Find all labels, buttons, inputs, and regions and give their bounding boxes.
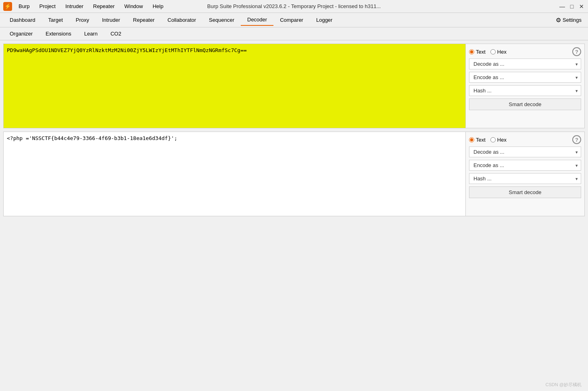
menu-window[interactable]: Window [123, 2, 144, 10]
radio-row-1: Text Hex ? [469, 47, 581, 56]
hash-select-1[interactable]: Hash ... MD5 SHA1 SHA256 [469, 85, 581, 96]
minimize-button[interactable]: — [559, 3, 565, 10]
nav-proxy[interactable]: Proxy [69, 15, 96, 25]
nav-target[interactable]: Target [42, 15, 69, 25]
help-icon-1[interactable]: ? [572, 47, 581, 56]
title-bar-controls: — □ ✕ [559, 3, 585, 10]
nav-intruder[interactable]: Intruder [96, 15, 127, 25]
gear-icon: ⚙ [556, 17, 561, 24]
radio-text-label-1-text: Text [476, 49, 486, 55]
decoder-controls-1: Text Hex ? Decode as ... Base64 URL HTML… [465, 44, 584, 128]
footer-watermark: CSDN @妙尽橘机 [546, 382, 582, 388]
smart-decode-button-2[interactable]: Smart decode [469, 186, 581, 198]
nav-organizer[interactable]: Organizer [3, 28, 39, 39]
decoder-panel-2: <?php ='NSSCTF{b44c4e79-3366-4f69-b3b1-1… [3, 132, 585, 216]
close-button[interactable]: ✕ [578, 3, 585, 10]
help-icon-2[interactable]: ? [572, 135, 581, 144]
window-title: Burp Suite Professional v2023.6.2 - Temp… [207, 3, 381, 9]
nav-logger[interactable]: Logger [310, 15, 339, 25]
radio-row-2: Text Hex ? [469, 135, 581, 144]
encode-dropdown-2: Encode as ... Base64 URL HTML Hex ▾ [469, 160, 581, 171]
radio-hex-1[interactable] [490, 49, 496, 54]
main-content: PD9waHAgPSdOU1NDVEZ7YjQ0YzRlNzktMzM2Ni00… [0, 40, 588, 391]
settings-button[interactable]: ⚙ Settings [553, 15, 585, 25]
hash-select-2[interactable]: Hash ... MD5 SHA1 SHA256 [469, 173, 581, 184]
decoder-input-1[interactable]: PD9waHAgPSdOU1NDVEZ7YjQ0YzRlNzktMzM2Ni00… [4, 44, 465, 128]
decode-select-1[interactable]: Decode as ... Base64 URL HTML Hex [469, 59, 581, 69]
nav-learn[interactable]: Learn [78, 28, 104, 39]
nav-extensions[interactable]: Extensions [39, 28, 78, 39]
hash-dropdown-2: Hash ... MD5 SHA1 SHA256 ▾ [469, 173, 581, 184]
nav-dashboard[interactable]: Dashboard [3, 15, 42, 25]
decode-dropdown-1: Decode as ... Base64 URL HTML Hex ▾ [469, 59, 581, 69]
menu-project[interactable]: Project [38, 2, 57, 10]
title-bar-menus: Burp Project Intruder Repeater Window He… [17, 2, 165, 10]
hash-dropdown-1: Hash ... MD5 SHA1 SHA256 ▾ [469, 85, 581, 96]
radio-text-2[interactable] [469, 137, 474, 142]
radio-text-label-1[interactable]: Text [469, 49, 486, 55]
menu-intruder[interactable]: Intruder [64, 2, 85, 10]
encode-select-2[interactable]: Encode as ... Base64 URL HTML Hex [469, 160, 581, 171]
nav-collaborator[interactable]: Collaborator [161, 15, 202, 25]
second-nav: Organizer Extensions Learn CO2 [0, 27, 588, 40]
menu-burp[interactable]: Burp [17, 2, 31, 10]
title-bar-left: ⚡ Burp Project Intruder Repeater Window … [3, 2, 165, 11]
decode-dropdown-2: Decode as ... Base64 URL HTML Hex ▾ [469, 146, 581, 157]
main-nav: Dashboard Target Proxy Intruder Repeater… [0, 13, 588, 27]
nav-sequencer[interactable]: Sequencer [202, 15, 241, 25]
radio-text-label-2-text: Text [476, 137, 486, 143]
nav-repeater[interactable]: Repeater [127, 15, 161, 25]
nav-comparer[interactable]: Comparer [273, 15, 310, 25]
nav-co2[interactable]: CO2 [104, 28, 128, 39]
radio-hex-label-2[interactable]: Hex [490, 137, 507, 143]
encode-select-1[interactable]: Encode as ... Base64 URL HTML Hex [469, 72, 581, 83]
smart-decode-button-1[interactable]: Smart decode [469, 98, 581, 110]
decode-select-2[interactable]: Decode as ... Base64 URL HTML Hex [469, 146, 581, 157]
radio-hex-label-1-text: Hex [497, 49, 507, 55]
settings-label[interactable]: Settings [563, 17, 582, 23]
maximize-button[interactable]: □ [569, 3, 575, 10]
radio-text-1[interactable] [469, 49, 474, 54]
decoder-controls-2: Text Hex ? Decode as ... Base64 URL HTML… [465, 132, 584, 216]
radio-hex-label-2-text: Hex [497, 137, 507, 143]
radio-text-label-2[interactable]: Text [469, 137, 486, 143]
nav-decoder[interactable]: Decoder [241, 14, 273, 26]
title-bar: ⚡ Burp Project Intruder Repeater Window … [0, 0, 588, 13]
menu-repeater[interactable]: Repeater [92, 2, 116, 10]
decoder-input-2[interactable]: <?php ='NSSCTF{b44c4e79-3366-4f69-b3b1-1… [4, 132, 465, 216]
menu-help[interactable]: Help [151, 2, 165, 10]
radio-hex-2[interactable] [490, 137, 496, 142]
encode-dropdown-1: Encode as ... Base64 URL HTML Hex ▾ [469, 72, 581, 83]
decoder-panel-1: PD9waHAgPSdOU1NDVEZ7YjQ0YzRlNzktMzM2Ni00… [3, 44, 585, 128]
burp-logo: ⚡ [3, 2, 12, 11]
radio-hex-label-1[interactable]: Hex [490, 49, 507, 55]
